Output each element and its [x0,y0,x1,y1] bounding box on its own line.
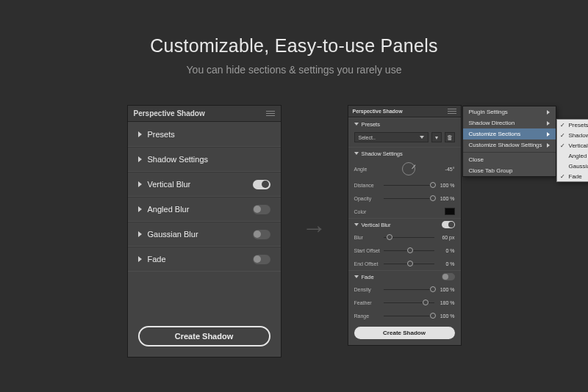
panel-titlebar: Perspective Shadow [348,106,461,117]
panel-title: Perspective Shadow [353,109,403,114]
menu-item[interactable]: Close Tab Group [463,165,556,176]
opacity-slider-row: Opacity 100 % [348,192,461,205]
feather-slider[interactable] [384,302,434,303]
chevron-down-icon [420,136,424,139]
panel-simple: Perspective Shadow PresetsShadow Setting… [127,105,282,357]
arrow-icon: → [302,214,327,242]
submenu-item[interactable]: Vertical Blur [557,140,589,150]
section-row[interactable]: Angled Blur [128,197,281,222]
slider-label: Start Offset [354,248,384,253]
submenu-arrow-icon [547,121,550,126]
density-slider[interactable] [384,289,434,290]
range-slider[interactable] [384,316,434,316]
section-label: Fade [362,274,374,280]
chevron-right-icon [138,131,142,137]
menu-item[interactable]: Close [463,154,556,165]
slider-label: Range [354,313,384,319]
color-row: Color [348,205,461,218]
section-vertical-blur[interactable]: Vertical Blur [348,218,461,231]
flyout-menu-icon[interactable] [266,111,275,116]
flyout-menu-icon[interactable] [448,109,456,114]
angle-dial[interactable] [402,162,415,175]
section-row[interactable]: Presets [128,122,281,147]
section-toggle[interactable] [253,230,270,239]
section-label: Presets [362,121,380,128]
submenu-item[interactable]: Gaussian Blur [557,161,589,171]
menu-item[interactable]: Customize Sections [463,128,556,139]
section-label: Shadow Settings [362,150,403,157]
section-toggle[interactable] [253,255,270,264]
panel-title: Perspective Shadow [134,109,205,117]
section-toggle[interactable] [253,180,270,189]
slider-value[interactable]: 0 % [434,248,455,253]
section-label: Presets [148,130,175,139]
page-title: Customizable, Easy-to-use Panels [0,35,588,57]
slider-value[interactable]: 180 % [434,300,455,305]
chevron-right-icon [138,256,142,262]
customize-sections-submenu: PresetsShadow SettingsVertical BlurAngle… [556,119,589,182]
slider-label: Density [354,287,384,292]
menu-item-label: Shadow Direction [469,120,515,126]
submenu-arrow-icon [547,143,550,148]
slider-label: Distance [354,183,384,188]
slider-value[interactable]: 100 % [434,183,455,188]
section-fade[interactable]: Fade [348,270,461,283]
section-row[interactable]: Fade [128,247,281,272]
distance-slider-row: Distance 100 % [348,178,461,192]
section-label: Gaussian Blur [148,230,198,239]
submenu-item[interactable]: Angled Blur [557,150,589,161]
create-shadow-button[interactable]: Create Shadow [138,326,270,346]
submenu-arrow-icon [547,110,550,115]
color-swatch[interactable] [445,208,455,215]
section-presets[interactable]: Presets [348,117,461,130]
chevron-down-icon [354,223,359,226]
slider-value[interactable]: 0 % [434,261,455,266]
slider-value[interactable]: 60 px [434,235,455,240]
menu-item[interactable]: Shadow Direction [463,117,556,128]
save-preset-icon[interactable]: ▾ [431,132,442,142]
vertical-blur-toggle[interactable] [442,221,455,228]
angle-value[interactable]: -45° [434,167,455,172]
slider-label: Feather [354,300,384,305]
section-shadow-settings[interactable]: Shadow Settings [348,147,461,159]
chevron-down-icon [354,275,359,278]
section-row[interactable]: Gaussian Blur [128,222,281,247]
chevron-right-icon [138,231,142,237]
submenu-item[interactable]: Presets [557,120,589,130]
slider-label: Opacity [354,196,384,201]
color-label: Color [354,209,384,214]
create-shadow-button[interactable]: Create Shadow [354,327,455,339]
select-value: Select.. [359,135,376,140]
slider-label: Blur [354,235,384,240]
submenu-item[interactable]: Fade [557,171,589,181]
slider-value[interactable]: 100 % [434,196,455,201]
panel-titlebar: Perspective Shadow [128,106,281,122]
opacity-slider[interactable] [384,198,434,199]
menu-item-label: Close [469,156,484,163]
submenu-arrow-icon [547,132,550,137]
section-label: Angled Blur [148,205,190,214]
menu-item-label: Customize Shadow Settings [469,142,542,148]
flyout-menu: Plugin SettingsShadow DirectionCustomize… [462,106,556,177]
page-subtitle: You can hide sections & settings you rar… [0,64,588,76]
slider-value[interactable]: 100 % [434,313,455,319]
distance-slider[interactable] [384,185,434,186]
delete-preset-icon[interactable]: 🗑 [445,132,455,142]
section-label: Vertical Blur [148,180,191,189]
fade-toggle[interactable] [442,273,455,280]
chevron-down-icon [354,123,359,126]
start-offset-slider[interactable] [384,250,434,251]
slider-label: End Offset [354,261,384,266]
menu-item[interactable]: Customize Shadow Settings [463,139,556,150]
slider-value[interactable]: 100 % [434,287,455,292]
menu-item-label: Close Tab Group [469,167,513,174]
headline-block: Customizable, Easy-to-use Panels You can… [0,0,588,76]
end-offset-slider[interactable] [384,264,434,264]
blur-slider[interactable] [384,237,434,238]
section-toggle[interactable] [253,205,270,214]
menu-item[interactable]: Plugin Settings [463,106,556,117]
section-row[interactable]: Vertical Blur [128,172,281,197]
submenu-item[interactable]: Shadow Settings [557,130,589,140]
section-row[interactable]: Shadow Settings [128,147,281,172]
preset-select[interactable]: Select.. [354,132,429,142]
